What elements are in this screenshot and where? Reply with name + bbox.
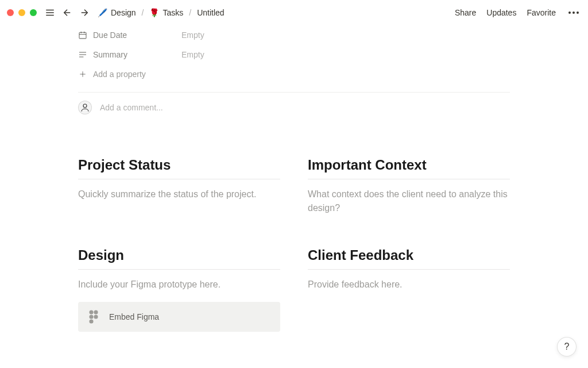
property-summary: Summary Empty	[78, 45, 510, 64]
window-traffic-lights	[7, 9, 37, 16]
property-value[interactable]: Empty	[181, 50, 204, 59]
property-due-date: Due Date Empty	[78, 25, 510, 45]
section-design: Design Include your Figma prototype here…	[78, 247, 280, 332]
svg-point-16	[94, 310, 98, 314]
svg-point-19	[89, 319, 93, 323]
section-body[interactable]: Quickly summarize the status of the proj…	[78, 187, 280, 201]
plus-icon	[78, 70, 87, 79]
add-property-button[interactable]: Add a property	[78, 64, 510, 84]
hamburger-icon	[45, 7, 55, 18]
comment-input[interactable]: Add a comment...	[100, 103, 163, 112]
section-body[interactable]: What context does the client need to ana…	[308, 187, 510, 215]
svg-point-17	[89, 315, 93, 319]
section-title[interactable]: Important Context	[308, 157, 510, 179]
figma-icon	[88, 310, 99, 324]
topbar: 🖊️ Design / 🌹 Tasks / Untitled Share Upd…	[0, 0, 588, 25]
share-button[interactable]: Share	[455, 8, 476, 17]
maximize-window-button[interactable]	[30, 9, 37, 16]
help-icon: ?	[564, 342, 570, 352]
section-title[interactable]: Design	[78, 247, 280, 270]
person-icon	[80, 102, 90, 113]
sidebar-toggle-button[interactable]	[44, 6, 56, 19]
section-title[interactable]: Project Status	[78, 157, 280, 179]
breadcrumb-label: Tasks	[163, 8, 183, 17]
dot-icon	[572, 12, 575, 14]
breadcrumb-page[interactable]: Untitled	[195, 7, 226, 18]
property-label[interactable]: Due Date	[78, 30, 181, 40]
breadcrumb-design[interactable]: 🖊️ Design	[95, 7, 138, 18]
more-menu-button[interactable]	[566, 9, 581, 16]
property-value[interactable]: Empty	[181, 30, 204, 40]
breadcrumb-separator: /	[189, 8, 191, 17]
property-label-text: Summary	[93, 50, 127, 59]
embed-label: Embed Figma	[109, 312, 159, 321]
svg-point-15	[89, 310, 93, 314]
breadcrumb: 🖊️ Design / 🌹 Tasks / Untitled	[95, 7, 227, 18]
help-button[interactable]: ?	[557, 337, 577, 356]
section-title[interactable]: Client Feedback	[308, 247, 510, 270]
section-body[interactable]: Provide feedback here.	[308, 278, 510, 292]
page-content: Due Date Empty Summary Empty Add a prope…	[0, 25, 588, 332]
nav-forward-button[interactable]	[78, 6, 91, 19]
favorite-button[interactable]: Favorite	[527, 8, 556, 17]
breadcrumb-label: Untitled	[197, 8, 224, 17]
sections-grid: Project Status Quickly summarize the sta…	[78, 157, 510, 332]
breadcrumb-tasks[interactable]: 🌹 Tasks	[147, 7, 185, 18]
nav-back-button[interactable]	[61, 6, 74, 19]
dot-icon	[577, 12, 579, 14]
breadcrumb-separator: /	[142, 8, 144, 17]
comment-row: Add a comment...	[78, 93, 510, 125]
breadcrumb-label: Design	[111, 8, 136, 17]
dot-icon	[568, 12, 571, 14]
rose-icon: 🌹	[149, 8, 159, 17]
top-actions: Share Updates Favorite	[455, 8, 581, 17]
embed-figma-block[interactable]: Embed Figma	[78, 302, 280, 332]
updates-button[interactable]: Updates	[486, 8, 516, 17]
minimize-window-button[interactable]	[18, 9, 25, 16]
svg-point-18	[94, 315, 98, 319]
avatar	[78, 101, 92, 114]
arrow-left-icon	[62, 7, 72, 18]
arrow-right-icon	[79, 7, 90, 18]
section-project-status: Project Status Quickly summarize the sta…	[78, 157, 280, 215]
property-label-text: Due Date	[93, 30, 127, 40]
calendar-icon	[78, 30, 87, 40]
property-label[interactable]: Summary	[78, 50, 181, 59]
section-body[interactable]: Include your Figma prototype here.	[78, 278, 280, 292]
close-window-button[interactable]	[7, 9, 14, 16]
add-property-label: Add a property	[93, 70, 146, 79]
section-important-context: Important Context What context does the …	[308, 157, 510, 215]
svg-point-14	[83, 104, 87, 108]
text-lines-icon	[78, 50, 87, 59]
svg-rect-5	[79, 32, 86, 39]
pen-icon: 🖊️	[98, 8, 107, 17]
section-client-feedback: Client Feedback Provide feedback here.	[308, 247, 510, 332]
